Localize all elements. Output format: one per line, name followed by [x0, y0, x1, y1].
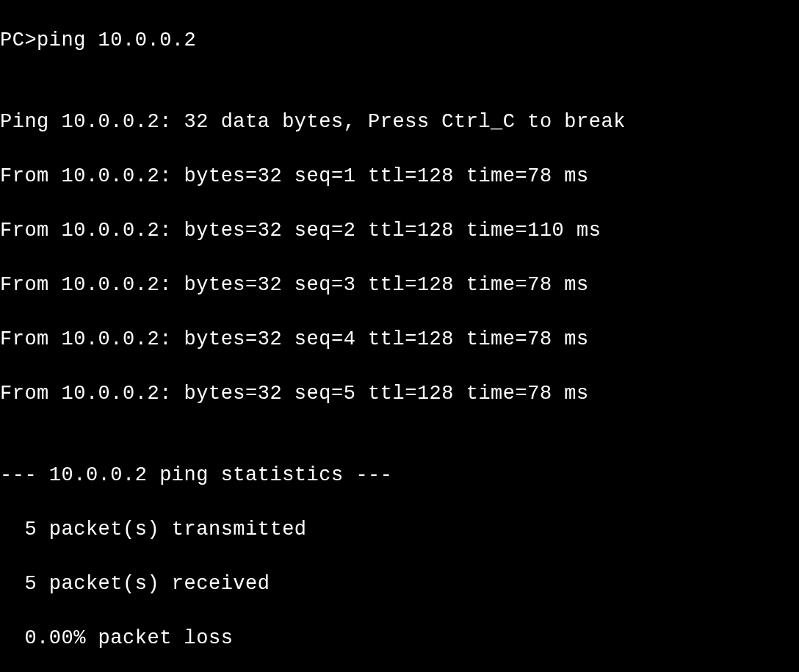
terminal-output[interactable]: PC>ping 10.0.0.2 Ping 10.0.0.2: 32 data … — [0, 0, 799, 672]
ping-header: Ping 10.0.0.2: 32 data bytes, Press Ctrl… — [0, 109, 799, 136]
stats-loss: 0.00% packet loss — [0, 625, 799, 652]
command-line: PC>ping 10.0.0.2 — [0, 27, 799, 54]
ping-reply: From 10.0.0.2: bytes=32 seq=3 ttl=128 ti… — [0, 272, 799, 299]
stats-received: 5 packet(s) received — [0, 571, 799, 598]
prompt: PC> — [0, 29, 37, 51]
ping-reply: From 10.0.0.2: bytes=32 seq=2 ttl=128 ti… — [0, 217, 799, 245]
stats-header: --- 10.0.0.2 ping statistics --- — [0, 462, 799, 489]
command-text: ping 10.0.0.2 — [37, 29, 196, 51]
ping-reply: From 10.0.0.2: bytes=32 seq=4 ttl=128 ti… — [0, 326, 799, 353]
ping-reply: From 10.0.0.2: bytes=32 seq=1 ttl=128 ti… — [0, 163, 799, 190]
stats-transmitted: 5 packet(s) transmitted — [0, 516, 799, 543]
ping-reply: From 10.0.0.2: bytes=32 seq=5 ttl=128 ti… — [0, 380, 799, 408]
